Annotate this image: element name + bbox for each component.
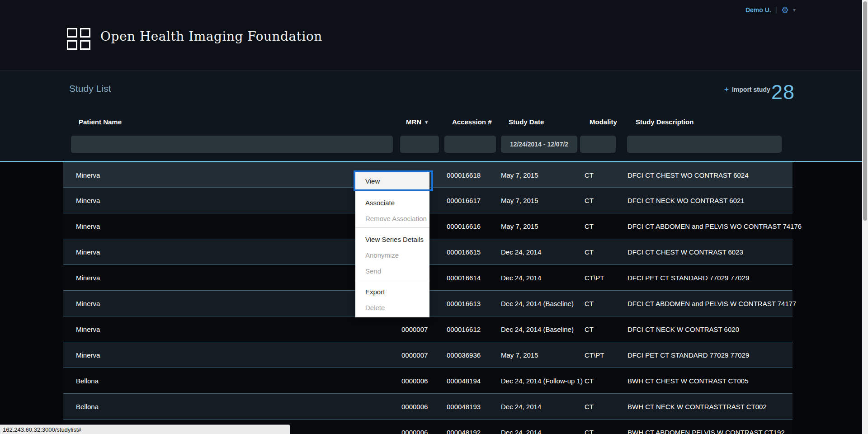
- cell-study-date: Dec 24, 2014: [501, 265, 541, 290]
- table-row[interactable]: Bellona 0000006 000048194 Dec 24, 2014 (…: [63, 368, 793, 394]
- import-study-button[interactable]: + Import study: [724, 85, 770, 94]
- row-context-menu: View Associate Remove Association View S…: [355, 171, 429, 317]
- cell-study-date: Dec 24, 2014: [501, 394, 541, 419]
- cell-study-date: May 7, 2015: [501, 188, 538, 213]
- status-url-text: 162.243.60.32:3000/studylist#: [0, 426, 81, 433]
- table-row[interactable]: Minerva 0000007 000016612 Dec 24, 2014 (…: [63, 316, 793, 342]
- cell-study-description: BWH CT CHEST W CONTRAST CT005: [627, 368, 749, 393]
- menu-item-delete: Delete: [355, 300, 429, 316]
- menu-group: Associate Remove Association: [355, 191, 429, 227]
- cell-patient-name: Bellona: [76, 394, 99, 419]
- cell-study-description: DFCI PET CT STANDARD 77029 77029: [627, 265, 749, 290]
- mrn-filter-input[interactable]: [400, 136, 439, 153]
- cell-mrn: 0000006: [401, 368, 428, 393]
- cell-accession: 000016617: [447, 188, 481, 213]
- cell-study-description: DFCI CT NECK WO CONTRAST 6021: [627, 188, 745, 213]
- column-header-study-description[interactable]: Study Description: [636, 118, 693, 126]
- logo-square: [80, 28, 90, 38]
- app-title: Open Health Imaging Foundation: [100, 29, 322, 44]
- accession-filter-input[interactable]: [444, 136, 496, 153]
- import-study-label: Import study: [732, 86, 770, 93]
- cell-accession: 000048194: [447, 368, 481, 393]
- cell-study-description: BWH CT NECK W CONTRASTTRAST CT002: [627, 394, 767, 419]
- cell-study-description: DFCI CT CHEST WO CONTRAST 6024: [627, 162, 749, 188]
- cell-patient-name: Minerva: [76, 162, 100, 188]
- cell-patient-name: Minerva: [76, 291, 100, 316]
- column-header-modality[interactable]: Modality: [590, 118, 617, 126]
- vertical-scrollbar-thumb[interactable]: [863, 1, 867, 221]
- app-header: Open Health Imaging Foundation Demo U. |…: [0, 0, 868, 71]
- cell-patient-name: Minerva: [76, 188, 100, 213]
- cell-study-date: Dec 24, 2014: [501, 420, 541, 434]
- cell-modality: CT: [585, 420, 594, 434]
- cell-accession: 000016616: [447, 213, 481, 239]
- cell-accession: 000016614: [447, 265, 481, 290]
- patient-name-filter-input[interactable]: [71, 136, 393, 153]
- cell-accession: 000016612: [447, 316, 481, 342]
- cell-study-date: Dec 24, 2014 (Baseline): [501, 291, 574, 316]
- sort-arrow-icon: ▼: [424, 120, 429, 125]
- menu-item-send: Send: [355, 263, 429, 279]
- cell-modality: CT: [585, 162, 594, 188]
- cell-accession: 000048192: [447, 420, 481, 434]
- menu-item-export[interactable]: Export: [355, 284, 429, 300]
- column-header-label: MRN: [406, 118, 421, 126]
- caret-down-icon[interactable]: ▾: [793, 7, 796, 13]
- cell-modality: CT\PT: [585, 265, 604, 290]
- cell-patient-name: Minerva: [76, 316, 100, 342]
- column-header-label: Study Date: [509, 118, 544, 126]
- cell-mrn: 0000007: [401, 342, 428, 368]
- column-header-study-date[interactable]: Study Date: [509, 118, 544, 126]
- study-date-filter-input[interactable]: [501, 136, 577, 153]
- logo-square: [67, 28, 77, 38]
- page-title: Study List: [69, 83, 111, 94]
- cell-patient-name: Bellona: [76, 368, 99, 393]
- study-description-filter-input[interactable]: [627, 136, 782, 153]
- menu-item-anonymize: Anonymize: [355, 247, 429, 263]
- column-header-patient-name[interactable]: Patient Name: [79, 118, 122, 126]
- cell-accession: 000036936: [447, 342, 481, 368]
- column-header-label: Modality: [590, 118, 617, 126]
- cell-study-description: DFCI CT ABDOMEN and PELVIS WO CONTRAST 7…: [627, 213, 802, 239]
- cell-modality: CT\PT: [585, 342, 604, 368]
- cell-accession: 000048193: [447, 394, 481, 419]
- column-header-mrn[interactable]: MRN▼: [406, 118, 429, 126]
- cell-patient-name: Minerva: [76, 213, 100, 239]
- ohif-study-list-screen: Open Health Imaging Foundation Demo U. |…: [0, 0, 868, 434]
- menu-item-remove-association: Remove Association: [355, 211, 429, 226]
- cell-mrn: 0000006: [401, 394, 428, 419]
- cell-modality: CT: [585, 239, 594, 264]
- column-header-label: Accession #: [452, 118, 492, 126]
- study-count: 28: [771, 80, 795, 104]
- menu-item-view[interactable]: View: [355, 171, 429, 191]
- cell-study-description: DFCI CT CHEST W CONTRAST 6023: [627, 239, 743, 264]
- ohif-logo-icon[interactable]: [67, 28, 92, 51]
- user-name[interactable]: Demo U.: [745, 6, 771, 14]
- vertical-scrollbar-track[interactable]: [862, 0, 868, 434]
- logo-square: [67, 40, 77, 50]
- cell-study-date: Dec 24, 2014 (Follow-up 1): [501, 368, 583, 393]
- status-url-bar: 162.243.60.32:3000/studylist#: [0, 425, 290, 434]
- table-row[interactable]: Bellona 0000006 000048193 Dec 24, 2014 C…: [63, 394, 793, 420]
- cell-accession: 000016613: [447, 291, 481, 316]
- cell-study-date: May 7, 2015: [501, 342, 538, 368]
- gear-icon[interactable]: ⚙: [781, 6, 789, 14]
- cell-study-description: DFCI CT NECK W CONTRAST 6020: [627, 316, 739, 342]
- menu-item-associate[interactable]: Associate: [355, 195, 429, 211]
- menu-item-view-series-details[interactable]: View Series Details: [355, 231, 429, 247]
- column-header-accession[interactable]: Accession #: [452, 118, 492, 126]
- cell-modality: CT: [585, 316, 594, 342]
- modality-filter-input[interactable]: [580, 136, 616, 153]
- menu-group: View Series Details Anonymize Send: [355, 228, 429, 280]
- user-separator: |: [775, 6, 777, 14]
- cell-patient-name: Minerva: [76, 239, 100, 264]
- cell-accession: 000016615: [447, 239, 481, 264]
- cell-study-date: Dec 24, 2014: [501, 239, 541, 264]
- cell-study-date: May 7, 2015: [501, 162, 538, 188]
- menu-group: Export Delete: [355, 280, 429, 317]
- cell-modality: CT: [585, 213, 594, 239]
- table-row[interactable]: Minerva 0000007 000036936 May 7, 2015 CT…: [63, 342, 793, 368]
- plus-icon: +: [724, 85, 729, 94]
- cell-patient-name: Minerva: [76, 342, 100, 368]
- cell-modality: CT: [585, 291, 594, 316]
